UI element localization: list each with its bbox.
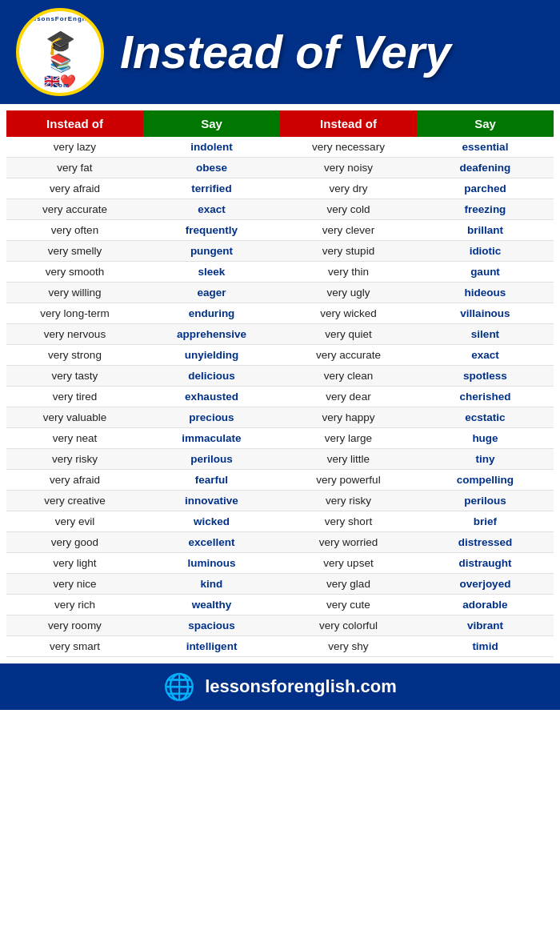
footer: 🌐 lessonsforenglish.com: [0, 663, 560, 710]
instead-of-col3: very clever: [280, 220, 417, 241]
instead-of-col1: very often: [6, 220, 143, 241]
instead-of-col3: very quiet: [280, 324, 417, 345]
table-container: Instead of Say Instead of Say very lazyi…: [0, 104, 560, 663]
say-col4: silent: [417, 324, 554, 345]
instead-of-col3: very little: [280, 449, 417, 470]
say-col4: deafening: [417, 158, 554, 178]
say-col4: cherished: [417, 387, 554, 407]
table-row: very riskyperilousvery littletiny: [6, 449, 554, 470]
table-row: very oftenfrequentlyvery cleverbrillant: [6, 220, 554, 241]
instead-of-col1: very long-term: [6, 303, 143, 324]
say-col2: precious: [143, 407, 280, 428]
say-col4: freezing: [417, 199, 554, 220]
table-row: very nervousapprehensivevery quietsilent: [6, 324, 554, 345]
say-col2: apprehensive: [143, 324, 280, 345]
instead-of-col3: very thin: [280, 262, 417, 283]
instead-of-col3: very necessary: [280, 137, 417, 158]
instead-of-col1: very strong: [6, 345, 143, 366]
say-col4: brief: [417, 511, 554, 532]
table-row: very smoothsleekvery thingaunt: [6, 262, 554, 283]
col3-header: Instead of: [280, 110, 417, 137]
instead-of-col1: very light: [6, 553, 143, 574]
instead-of-col1: very good: [6, 532, 143, 553]
table-row: very richwealthyvery cuteadorable: [6, 595, 554, 615]
say-col2: intelligent: [143, 636, 280, 657]
table-row: very accurateexactvery coldfreezing: [6, 199, 554, 220]
say-col4: adorable: [417, 595, 554, 615]
say-col2: sleek: [143, 262, 280, 283]
say-col2: luminous: [143, 553, 280, 574]
say-col2: delicious: [143, 366, 280, 387]
instead-of-col1: very accurate: [6, 199, 143, 220]
say-col4: huge: [417, 428, 554, 449]
col4-header: Say: [417, 110, 554, 137]
say-col4: parched: [417, 178, 554, 199]
table-row: very lightluminousvery upsetdistraught: [6, 553, 554, 574]
table-row: very afraidterrifiedvery dryparched: [6, 178, 554, 199]
logo: LessonsForEnglish 🎓 📚 🇬🇧❤️ .Com: [16, 8, 104, 96]
say-col4: timid: [417, 636, 554, 657]
globe-icon: 🌐: [163, 671, 195, 702]
table-row: very evilwickedvery shortbrief: [6, 511, 554, 532]
say-col4: gaunt: [417, 262, 554, 283]
say-col4: vibrant: [417, 615, 554, 636]
instead-of-col1: very smooth: [6, 262, 143, 283]
instead-of-col1: very risky: [6, 449, 143, 470]
say-col2: obese: [143, 158, 280, 178]
logo-books-icon: 📚: [50, 53, 71, 74]
say-col4: overjoyed: [417, 574, 554, 595]
say-col4: villainous: [417, 303, 554, 324]
logo-hat-icon: 🎓: [46, 28, 75, 56]
say-col2: terrified: [143, 178, 280, 199]
table-row: very fatobesevery noisydeafening: [6, 158, 554, 178]
instead-of-col1: very roomy: [6, 615, 143, 636]
say-col4: distressed: [417, 532, 554, 553]
say-col4: idiotic: [417, 241, 554, 262]
instead-of-col3: very powerful: [280, 470, 417, 491]
say-col2: fearful: [143, 470, 280, 491]
instead-of-col1: very lazy: [6, 137, 143, 158]
instead-of-col3: very dry: [280, 178, 417, 199]
table-row: very tiredexhaustedvery dearcherished: [6, 387, 554, 407]
table-row: very lazyindolentvery necessaryessential: [6, 137, 554, 158]
table-row: very smellypungentvery stupididiotic: [6, 241, 554, 262]
table-row: very afraidfearfulvery powerfulcompellin…: [6, 470, 554, 491]
table-row: very valuablepreciousvery happyecstatic: [6, 407, 554, 428]
say-col2: innovative: [143, 491, 280, 511]
say-col2: eager: [143, 283, 280, 303]
say-col4: ecstatic: [417, 407, 554, 428]
instead-of-col1: very smelly: [6, 241, 143, 262]
say-col4: compelling: [417, 470, 554, 491]
say-col2: unyielding: [143, 345, 280, 366]
say-col2: exact: [143, 199, 280, 220]
instead-of-col3: very colorful: [280, 615, 417, 636]
say-col2: excellent: [143, 532, 280, 553]
say-col2: kind: [143, 574, 280, 595]
table-row: very strongunyieldingvery accurateexact: [6, 345, 554, 366]
instead-of-col3: very glad: [280, 574, 417, 595]
instead-of-col1: very evil: [6, 511, 143, 532]
logo-com-text: .Com: [50, 82, 70, 89]
instead-of-col3: very wicked: [280, 303, 417, 324]
instead-of-col3: very worried: [280, 532, 417, 553]
table-row: very goodexcellentvery worrieddistressed: [6, 532, 554, 553]
say-col2: wealthy: [143, 595, 280, 615]
footer-text: lessonsforenglish.com: [205, 676, 397, 697]
instead-of-col3: very accurate: [280, 345, 417, 366]
say-col4: perilous: [417, 491, 554, 511]
say-col4: brillant: [417, 220, 554, 241]
say-col4: exact: [417, 345, 554, 366]
instead-of-col1: very creative: [6, 491, 143, 511]
instead-of-col3: very cute: [280, 595, 417, 615]
header: LessonsForEnglish 🎓 📚 🇬🇧❤️ .Com Instead …: [0, 0, 560, 104]
instead-of-col3: very clean: [280, 366, 417, 387]
instead-of-col1: very fat: [6, 158, 143, 178]
instead-of-col1: very nervous: [6, 324, 143, 345]
say-col4: distraught: [417, 553, 554, 574]
instead-of-col3: very risky: [280, 491, 417, 511]
instead-of-col1: very nice: [6, 574, 143, 595]
say-col2: indolent: [143, 137, 280, 158]
instead-of-col3: very shy: [280, 636, 417, 657]
instead-of-col3: very happy: [280, 407, 417, 428]
table-row: very long-termenduringvery wickedvillain…: [6, 303, 554, 324]
